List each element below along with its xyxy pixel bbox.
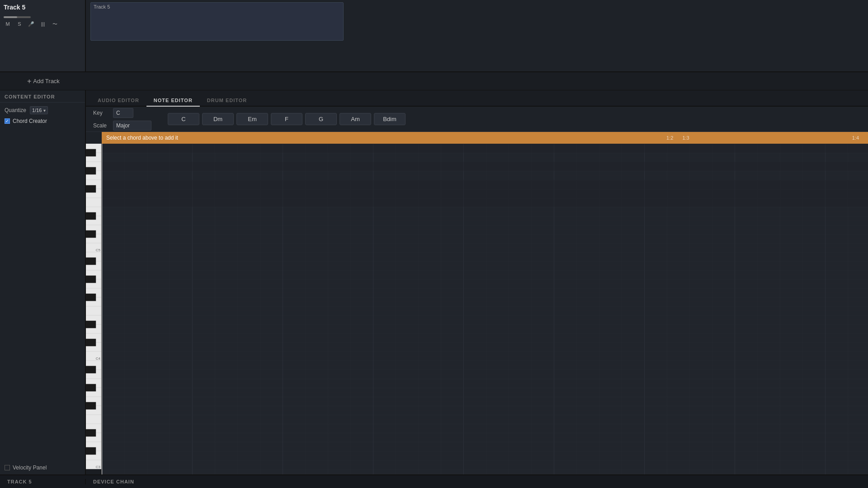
add-track-row[interactable]: + Add Track — [0, 72, 868, 90]
svg-rect-26 — [86, 294, 96, 301]
svg-text:C4: C4 — [96, 357, 101, 361]
bars-button[interactable]: ||| — [39, 20, 47, 28]
chord-button-Em[interactable]: Em — [236, 113, 268, 125]
quantize-value: 1/16 — [32, 108, 42, 113]
chord-creator-row: Chord Creator — [5, 118, 80, 124]
note-grid[interactable] — [102, 144, 868, 474]
svg-rect-2 — [86, 149, 96, 156]
piano-keys-svg: C5 — [86, 144, 102, 474]
track-volume-bar[interactable] — [4, 16, 31, 18]
editor-tabs: AUDIO EDITOR NOTE EDITOR DRUM EDITOR — [86, 90, 868, 107]
quantize-row: Quantize 1/16 ▾ — [5, 106, 80, 114]
content-section: CONTENT EDITOR Quantize 1/16 ▾ Chord Cre… — [0, 90, 868, 474]
velocity-panel-label: Velocity Panel — [13, 465, 47, 471]
svg-rect-30 — [86, 321, 96, 328]
device-chain-label: DEVICE CHAIN — [86, 479, 142, 484]
add-track-icon: + — [27, 77, 31, 85]
record-button[interactable]: 🎤 — [27, 20, 35, 28]
svg-rect-66 — [102, 198, 868, 207]
scale-select[interactable]: MajorMinorDorian PhrygianLydianMixolydia… — [113, 121, 151, 131]
svg-rect-63 — [102, 162, 868, 171]
svg-rect-27 — [86, 306, 102, 315]
key-scale-controls: Key CC#DD# EFF#G G#AA#B Scale — [93, 108, 151, 131]
sidebar-controls: Quantize 1/16 ▾ Chord Creator — [0, 103, 85, 128]
grid-svg — [102, 144, 868, 474]
chord-button-Dm[interactable]: Dm — [202, 113, 234, 125]
svg-rect-41 — [86, 384, 96, 391]
timeline-marker-1: 1:2 — [666, 135, 682, 141]
track-clip[interactable]: Track 5 — [90, 2, 344, 41]
quantize-chevron-icon: ▾ — [43, 108, 46, 113]
wave-button[interactable]: 〜 — [51, 20, 59, 28]
chord-button-Am[interactable]: Am — [340, 113, 371, 125]
content-editor-title: CONTENT EDITOR — [0, 90, 85, 103]
track-name: Track 5 — [4, 4, 81, 11]
chord-creator-label: Chord Creator — [13, 118, 47, 124]
svg-rect-23 — [86, 276, 96, 283]
main-editor: AUDIO EDITOR NOTE EDITOR DRUM EDITOR Key… — [86, 90, 868, 474]
chord-banner: Select a chord above to add it 1:2 1:3 1… — [102, 132, 868, 144]
svg-rect-9 — [86, 198, 102, 207]
svg-rect-51 — [86, 447, 96, 455]
svg-rect-8 — [86, 185, 96, 192]
note-editor-content: Key CC#DD# EFF#G G#AA#B Scale — [86, 107, 868, 474]
piano-keys: C5 — [86, 144, 102, 474]
svg-rect-62 — [102, 144, 868, 153]
scale-select-wrapper: MajorMinorDorian PhrygianLydianMixolydia… — [113, 121, 151, 131]
timeline-marker-2: 1:3 — [682, 135, 852, 141]
svg-rect-44 — [86, 402, 96, 409]
playhead — [102, 144, 102, 474]
velocity-panel-row: Velocity Panel — [0, 461, 85, 474]
chord-button-F[interactable]: F — [271, 113, 302, 125]
track-timeline[interactable]: Track 5 — [86, 0, 868, 71]
piano-roll-area: Select a chord above to add it 1:2 1:3 1… — [86, 132, 868, 474]
scale-label: Scale — [93, 122, 109, 129]
chord-buttons: C Dm Em F G Am Bdim — [168, 113, 406, 125]
track-header: Track 5 M S 🎤 ||| 〜 — [0, 0, 86, 71]
svg-rect-65 — [102, 189, 868, 198]
svg-rect-38 — [86, 366, 96, 373]
top-track-area: Track 5 M S 🎤 ||| 〜 Track 5 — [0, 0, 868, 72]
svg-text:C3: C3 — [96, 465, 101, 469]
quantize-select[interactable]: 1/16 ▾ — [30, 106, 48, 114]
chord-toolbar: Key CC#DD# EFF#G G#AA#B Scale — [86, 107, 868, 132]
velocity-panel-checkbox[interactable] — [5, 465, 10, 470]
svg-rect-45 — [86, 415, 102, 424]
chord-button-Bdim[interactable]: Bdim — [374, 113, 406, 125]
key-select[interactable]: CC#DD# EFF#G G#AA#B — [113, 108, 133, 118]
tab-drum-editor[interactable]: DRUM EDITOR — [200, 95, 254, 107]
chord-button-G[interactable]: G — [305, 113, 337, 125]
quantize-label: Quantize — [5, 107, 26, 113]
key-label: Key — [93, 110, 109, 116]
tab-audio-editor[interactable]: AUDIO EDITOR — [90, 95, 146, 107]
bottom-bar: TRACK 5 DEVICE CHAIN — [0, 474, 868, 488]
svg-rect-33 — [86, 339, 96, 346]
tab-note-editor[interactable]: NOTE EDITOR — [146, 95, 200, 107]
scale-row: Scale MajorMinorDorian PhrygianLydianMix… — [93, 121, 151, 131]
svg-rect-12 — [86, 212, 96, 220]
key-select-wrapper: CC#DD# EFF#G G#AA#B — [113, 108, 133, 118]
track-clip-label: Track 5 — [91, 3, 343, 11]
chord-button-C[interactable]: C — [168, 113, 199, 125]
add-track-label: Add Track — [33, 78, 60, 84]
solo-button[interactable]: S — [15, 20, 24, 28]
svg-rect-64 — [102, 180, 868, 189]
piano-roll-wrapper: C5 — [86, 132, 868, 474]
timeline-marker-3: 1:4 — [852, 135, 868, 141]
svg-text:C5: C5 — [96, 248, 101, 252]
chord-creator-checkbox[interactable] — [5, 118, 10, 124]
mute-button[interactable]: M — [4, 20, 12, 28]
svg-rect-20 — [86, 258, 96, 265]
left-sidebar: CONTENT EDITOR Quantize 1/16 ▾ Chord Cre… — [0, 90, 86, 474]
track-volume-fill — [4, 16, 17, 18]
key-row: Key CC#DD# EFF#G G#AA#B — [93, 108, 151, 118]
track-controls: M S 🎤 ||| 〜 — [4, 20, 81, 28]
svg-rect-5 — [86, 167, 96, 174]
chord-banner-text: Select a chord above to add it — [106, 135, 178, 141]
svg-rect-15 — [86, 230, 96, 238]
svg-rect-48 — [86, 429, 96, 436]
track-label: TRACK 5 — [0, 479, 86, 484]
